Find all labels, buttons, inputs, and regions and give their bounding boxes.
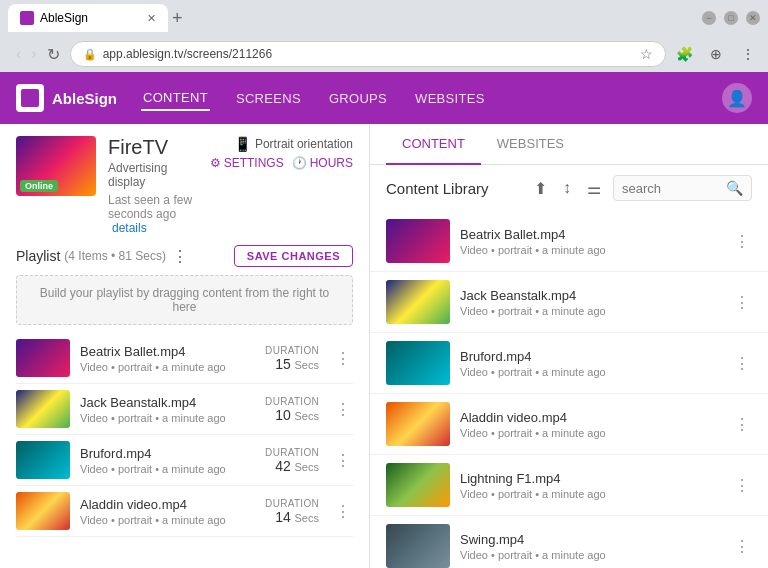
item-thumbnail (16, 441, 70, 479)
item-options-button[interactable]: ⋮ (333, 502, 353, 521)
playlist-options-button[interactable]: ⋮ (172, 247, 188, 266)
secure-icon: 🔒 (83, 48, 97, 61)
details-link[interactable]: details (112, 221, 147, 235)
content-info: Bruford.mp4 Video • portrait • a minute … (460, 349, 722, 378)
device-info: FireTV Advertising display Last seen a f… (108, 136, 198, 235)
content-options-button[interactable]: ⋮ (732, 232, 752, 251)
content-info: Lightning F1.mp4 Video • portrait • a mi… (460, 471, 722, 500)
playlist-item: Jack Beanstalk.mp4 Video • portrait • a … (16, 384, 353, 435)
content-item[interactable]: Aladdin video.mp4 Video • portrait • a m… (370, 394, 768, 455)
content-info: Swing.mp4 Video • portrait • a minute ag… (460, 532, 722, 561)
playlist-item: Beatrix Ballet.mp4 Video • portrait • a … (16, 333, 353, 384)
playlist-meta: (4 Items • 81 Secs) (64, 249, 166, 263)
logo-icon (21, 89, 39, 107)
library-title: Content Library (386, 180, 522, 197)
content-info: Beatrix Ballet.mp4 Video • portrait • a … (460, 227, 722, 256)
toolbar-icons: 🧩 ⊕ ⋮ (672, 42, 760, 66)
sort-button[interactable]: ↕ (559, 177, 575, 199)
playlist-item: Aladdin video.mp4 Video • portrait • a m… (16, 486, 353, 537)
content-thumbnail (386, 524, 450, 568)
minimize-button[interactable]: − (702, 11, 716, 25)
search-box: 🔍 (613, 175, 752, 201)
search-icon-button[interactable]: 🔍 (726, 180, 743, 196)
content-tabs: CONTENT WEBSITES (370, 124, 768, 165)
tab-close-button[interactable]: ✕ (147, 12, 156, 25)
profile-menu-button[interactable]: ⊕ (704, 42, 728, 66)
item-info: Aladdin video.mp4 Video • portrait • a m… (80, 497, 255, 526)
logo-text: AbleSign (52, 90, 117, 107)
content-thumbnail (386, 280, 450, 324)
active-tab[interactable]: AbleSign ✕ (8, 4, 168, 32)
new-tab-button[interactable]: + (172, 8, 183, 29)
content-info: Jack Beanstalk.mp4 Video • portrait • a … (460, 288, 722, 317)
item-duration: DURATION 14 Secs (265, 498, 319, 525)
item-info: Beatrix Ballet.mp4 Video • portrait • a … (80, 344, 255, 373)
tab-websites[interactable]: WEBSITES (481, 124, 580, 165)
device-thumbnail: Online (16, 136, 96, 196)
content-item[interactable]: Beatrix Ballet.mp4 Video • portrait • a … (370, 211, 768, 272)
reload-button[interactable]: ↻ (43, 43, 64, 66)
tab-content[interactable]: CONTENT (386, 124, 481, 165)
settings-link[interactable]: ⚙ SETTINGS (210, 156, 284, 170)
content-options-button[interactable]: ⋮ (732, 293, 752, 312)
nav-logo: AbleSign (16, 84, 117, 112)
bookmark-button[interactable]: ☆ (640, 46, 653, 62)
orientation-info: 📱 Portrait orientation (234, 136, 353, 152)
nav-link-content[interactable]: CONTENT (141, 86, 210, 111)
content-options-button[interactable]: ⋮ (732, 415, 752, 434)
online-badge: Online (20, 180, 58, 192)
left-panel: Online FireTV Advertising display Last s… (0, 124, 370, 568)
content-options-button[interactable]: ⋮ (732, 354, 752, 373)
save-changes-button[interactable]: SAVE CHANGES (234, 245, 353, 267)
device-description: Advertising display (108, 161, 198, 189)
search-input[interactable] (622, 181, 722, 196)
filter-button[interactable]: ⚌ (583, 177, 605, 200)
url-text: app.ablesign.tv/screens/211266 (103, 47, 634, 61)
item-options-button[interactable]: ⋮ (333, 349, 353, 368)
forward-button[interactable]: › (27, 43, 40, 65)
right-panel: CONTENT WEBSITES Content Library ⬆ ↕ ⚌ 🔍 (370, 124, 768, 568)
logo-box (16, 84, 44, 112)
maximize-button[interactable]: □ (724, 11, 738, 25)
item-options-button[interactable]: ⋮ (333, 451, 353, 470)
content-options-button[interactable]: ⋮ (732, 537, 752, 556)
content-item[interactable]: Swing.mp4 Video • portrait • a minute ag… (370, 516, 768, 568)
content-options-button[interactable]: ⋮ (732, 476, 752, 495)
playlist-items: Beatrix Ballet.mp4 Video • portrait • a … (16, 333, 353, 537)
tab-bar: AbleSign ✕ + (8, 4, 696, 32)
item-duration: DURATION 42 Secs (265, 447, 319, 474)
content-thumbnail (386, 402, 450, 446)
extensions-button[interactable]: 🧩 (672, 42, 696, 66)
nav-link-groups[interactable]: GROUPS (327, 87, 389, 110)
upload-button[interactable]: ⬆ (530, 177, 551, 200)
content-item[interactable]: Jack Beanstalk.mp4 Video • portrait • a … (370, 272, 768, 333)
content-item[interactable]: Bruford.mp4 Video • portrait • a minute … (370, 333, 768, 394)
item-info: Jack Beanstalk.mp4 Video • portrait • a … (80, 395, 255, 424)
content-thumbnail (386, 219, 450, 263)
content-item[interactable]: Lightning F1.mp4 Video • portrait • a mi… (370, 455, 768, 516)
browser-nav: ‹ › ↻ (12, 43, 64, 66)
nav-link-screens[interactable]: SCREENS (234, 87, 303, 110)
playlist-item: Bruford.mp4 Video • portrait • a minute … (16, 435, 353, 486)
settings-button[interactable]: ⋮ (736, 42, 760, 66)
content-thumbnail (386, 341, 450, 385)
gear-icon: ⚙ (210, 156, 221, 170)
item-info: Bruford.mp4 Video • portrait • a minute … (80, 446, 255, 475)
clock-icon: 🕐 (292, 156, 307, 170)
close-button[interactable]: ✕ (746, 11, 760, 25)
library-header: Content Library ⬆ ↕ ⚌ 🔍 (370, 165, 768, 211)
content-thumbnail (386, 463, 450, 507)
phone-icon: 📱 (234, 136, 251, 152)
nav-link-websites[interactable]: WEBSITES (413, 87, 487, 110)
address-bar[interactable]: 🔒 app.ablesign.tv/screens/211266 ☆ (70, 41, 666, 67)
playlist-header: Playlist (4 Items • 81 Secs) ⋮ SAVE CHAN… (16, 245, 353, 267)
item-options-button[interactable]: ⋮ (333, 400, 353, 419)
user-avatar[interactable]: 👤 (722, 83, 752, 113)
device-last-seen: Last seen a few seconds ago details (108, 193, 198, 235)
content-items: Beatrix Ballet.mp4 Video • portrait • a … (370, 211, 768, 568)
hours-link[interactable]: 🕐 HOURS (292, 156, 353, 170)
main-content: Online FireTV Advertising display Last s… (0, 124, 768, 568)
item-thumbnail (16, 492, 70, 530)
item-duration: DURATION 15 Secs (265, 345, 319, 372)
back-button[interactable]: ‹ (12, 43, 25, 65)
